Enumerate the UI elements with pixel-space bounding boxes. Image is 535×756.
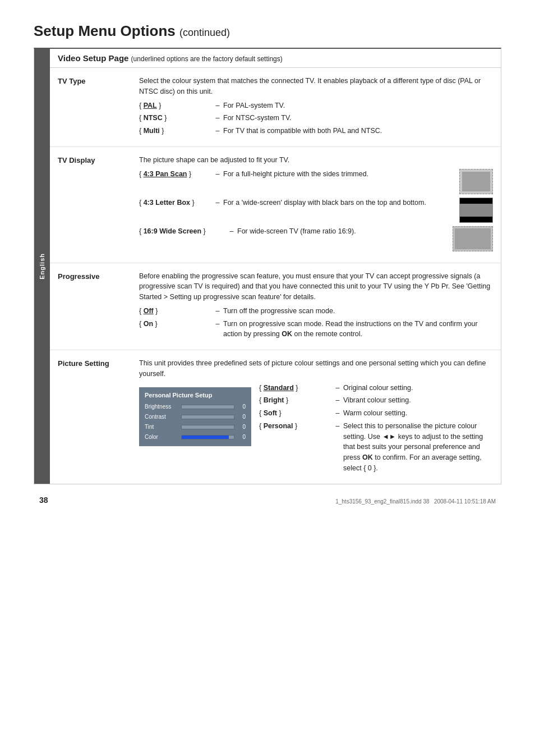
- picture-setting-option-personal: { Personal } – Select this to personalis…: [259, 421, 493, 474]
- tint-label: Tint: [145, 423, 181, 431]
- picture-setting-option-soft: { Soft } – Warm colour setting.: [259, 408, 493, 419]
- option-key-pal: { PAL }: [139, 100, 212, 111]
- tv-display-option-widescreen: { 16:9 Wide Screen } – For wide-screen T…: [139, 226, 493, 251]
- color-fill: [182, 436, 229, 439]
- option-row-widescreen: { 16:9 Wide Screen } – For wide-screen T…: [139, 226, 447, 237]
- tv-type-option-multi: { Multi } – For TV that is compatible wi…: [139, 126, 493, 136]
- tv-type-intro: Select the colour system that matches th…: [139, 76, 493, 97]
- brightness-bar: [181, 405, 234, 409]
- progressive-intro: Before enabling the progressive scan fea…: [139, 271, 493, 303]
- title-text: Setup Menu Options: [34, 22, 176, 39]
- color-row: Color 0: [145, 433, 246, 441]
- tv-display-option-panscan: { 4:3 Pan Scan } – For a full-height pic…: [139, 169, 493, 194]
- page-title: Setup Menu Options (continued): [34, 22, 501, 40]
- progressive-content: Before enabling the progressive scan fea…: [139, 271, 493, 342]
- page-number: 38: [39, 496, 48, 505]
- progressive-row: Progressive Before enabling the progress…: [50, 263, 501, 351]
- content-area: Video Setup Page (underlined options are…: [50, 49, 501, 484]
- option-row-letterbox: { 4:3 Letter Box } – For a 'wide-screen'…: [139, 198, 454, 208]
- title-continued: (continued): [179, 27, 230, 38]
- option-key-personal: { Personal }: [259, 421, 332, 432]
- tv-type-option-ntsc: { NTSC } – For NTSC-system TV.: [139, 113, 493, 123]
- picture-setting-right-col: { Standard } – Original colour setting. …: [259, 383, 493, 476]
- section-header-note: (underlined options are the factory defa…: [131, 55, 283, 63]
- option-sep: –: [332, 408, 343, 419]
- option-sep: –: [212, 113, 223, 123]
- tv-type-label: TV Type: [58, 76, 139, 85]
- brightness-row: Brightness 0: [145, 402, 246, 411]
- tv-display-img-panscan: [459, 169, 493, 194]
- tint-bar: [181, 425, 234, 429]
- picture-setting-options-col: Personal Picture Setup Brightness 0: [139, 383, 251, 447]
- option-key-panscan: { 4:3 Pan Scan }: [139, 169, 212, 180]
- picture-setting-option-standard: { Standard } – Original colour setting.: [259, 383, 493, 393]
- option-desc-personal: Select this to personalise the picture c…: [343, 421, 493, 474]
- option-desc-letterbox: For a 'wide-screen' display with black b…: [223, 198, 454, 208]
- progressive-option-off: { Off } – Turn off the progressive scan …: [139, 306, 493, 317]
- tv-display-label: TV Display: [58, 155, 139, 164]
- sidebar: English: [34, 49, 50, 484]
- option-sep: –: [212, 169, 223, 180]
- tv-type-row: TV Type Select the colour system that ma…: [50, 68, 501, 147]
- tv-thumb-widescreen: [453, 226, 493, 251]
- brightness-label: Brightness: [145, 402, 181, 411]
- picture-setting-option-bright: { Bright } – Vibrant colour setting.: [259, 395, 493, 406]
- section-header: Video Setup Page (underlined options are…: [50, 49, 501, 68]
- option-sep: –: [212, 198, 223, 208]
- option-row-panscan: { 4:3 Pan Scan } – For a full-height pic…: [139, 169, 454, 180]
- tint-value: 0: [237, 423, 246, 431]
- picture-setting-intro: This unit provides three predefined sets…: [139, 358, 493, 379]
- option-key-ntsc: { NTSC }: [139, 113, 212, 123]
- option-key-on: { On }: [139, 319, 212, 329]
- option-sep: –: [212, 319, 223, 329]
- picture-setting-label: Picture Setting: [58, 358, 139, 368]
- progressive-label: Progressive: [58, 271, 139, 281]
- option-sep: –: [332, 421, 343, 432]
- option-sep: –: [212, 306, 223, 317]
- option-key-widescreen: { 16:9 Wide Screen }: [139, 226, 226, 237]
- tv-display-text-letterbox: { 4:3 Letter Box } – For a 'wide-screen'…: [139, 198, 454, 210]
- personal-picture-setup-box: Personal Picture Setup Brightness 0: [139, 387, 251, 447]
- tv-type-option-pal: { PAL } – For PAL-system TV.: [139, 100, 493, 111]
- option-key-multi: { Multi }: [139, 126, 212, 136]
- option-desc-panscan: For a full-height picture with the sides…: [223, 169, 454, 180]
- sidebar-label: English: [39, 253, 45, 280]
- option-desc-ntsc: For NTSC-system TV.: [223, 113, 493, 123]
- brightness-value: 0: [237, 402, 246, 411]
- option-key-off: { Off }: [139, 306, 212, 317]
- option-key-standard: { Standard }: [259, 383, 332, 393]
- page-container: Setup Menu Options (continued) English V…: [0, 0, 535, 756]
- picture-setting-row: Picture Setting This unit provides three…: [50, 350, 501, 484]
- option-key-letterbox: { 4:3 Letter Box }: [139, 198, 212, 208]
- option-desc-pal: For PAL-system TV.: [223, 100, 493, 111]
- option-desc-widescreen: For wide-screen TV (frame ratio 16:9).: [237, 226, 447, 237]
- tv-display-text-widescreen: { 16:9 Wide Screen } – For wide-screen T…: [139, 226, 447, 239]
- option-desc-soft: Warm colour setting.: [343, 408, 493, 419]
- tint-row: Tint 0: [145, 423, 246, 431]
- option-sep: –: [212, 100, 223, 111]
- contrast-value: 0: [237, 413, 246, 421]
- option-sep: –: [226, 226, 237, 237]
- color-value: 0: [237, 433, 246, 441]
- picture-setting-body: Personal Picture Setup Brightness 0: [139, 383, 493, 476]
- tv-display-row: TV Display The picture shape can be adju…: [50, 147, 501, 263]
- tv-thumb-letterbox: [459, 198, 493, 223]
- main-content: English Video Setup Page (underlined opt…: [34, 48, 501, 484]
- tv-display-content: The picture shape can be adjusted to fit…: [139, 155, 493, 255]
- tv-type-content: Select the colour system that matches th…: [139, 76, 493, 139]
- tv-thumb-panscan: [459, 169, 493, 194]
- option-sep: –: [212, 126, 223, 136]
- page-footer: 38 1_hts3156_93_eng2_final815.indd 38 20…: [34, 496, 501, 505]
- contrast-label: Contrast: [145, 413, 181, 421]
- option-key-soft: { Soft }: [259, 408, 332, 419]
- color-bar: [181, 435, 234, 439]
- option-desc-bright: Vibrant colour setting.: [343, 395, 493, 406]
- option-key-bright: { Bright }: [259, 395, 332, 406]
- contrast-row: Contrast 0: [145, 413, 246, 421]
- color-label: Color: [145, 433, 181, 441]
- tv-display-img-letterbox: [459, 198, 493, 223]
- option-desc-multi: For TV that is compatible with both PAL …: [223, 126, 493, 136]
- option-sep: –: [332, 383, 343, 393]
- option-desc-on: Turn on progressive scan mode. Read the …: [223, 319, 493, 340]
- footer-file: 1_hts3156_93_eng2_final815.indd 38 2008-…: [335, 498, 496, 505]
